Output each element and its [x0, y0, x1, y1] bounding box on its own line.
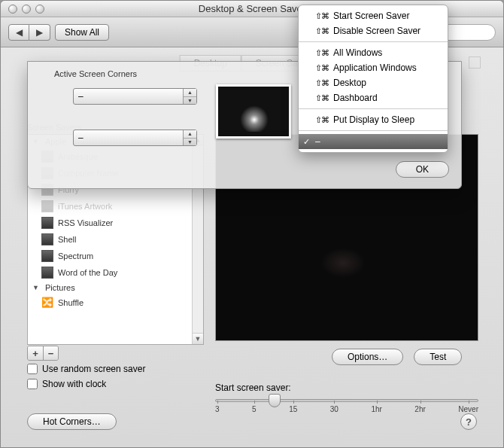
stepper-icon[interactable]: ▲▼ — [183, 130, 196, 145]
list-item[interactable]: Spectrum — [28, 248, 203, 264]
menu-item-sleep-display[interactable]: ⇧⌘Put Display to Sleep — [299, 112, 448, 127]
menu-item-disable-saver[interactable]: ⇧⌘Disable Screen Saver — [299, 23, 448, 38]
saver-icon — [41, 250, 53, 262]
list-item-shuffle[interactable]: 🔀Shuffle — [28, 294, 203, 310]
menu-item-all-windows[interactable]: ⇧⌘All Windows — [299, 45, 448, 60]
checkbox-label: Use random screen saver — [42, 364, 145, 374]
checkbox-input[interactable] — [27, 364, 38, 374]
slider-area: Start screen saver: 3 5 15 30 1hr 2hr Ne… — [215, 382, 478, 413]
back-button[interactable]: ◀ — [8, 24, 29, 41]
zoom-icon[interactable] — [35, 5, 44, 14]
list-item[interactable]: iTunes Artwork — [28, 198, 203, 215]
close-icon[interactable] — [8, 5, 17, 14]
minimize-icon[interactable] — [22, 5, 31, 14]
menu-item-app-windows[interactable]: ⇧⌘Application Windows — [299, 60, 448, 75]
scroll-down-icon[interactable]: ▼ — [193, 333, 203, 344]
prefs-window: Desktop & Screen Saver ◀ ▶ Show All Desk… — [0, 0, 504, 448]
lock-icon[interactable] — [469, 56, 481, 69]
saver-icon — [41, 267, 53, 279]
list-group-pictures: ▼Pictures — [28, 281, 203, 294]
list-item[interactable]: Word of the Day — [28, 264, 203, 281]
slider-ticks: 3 5 15 30 1hr 2hr Never — [215, 405, 478, 413]
options-button[interactable]: Options… — [332, 349, 403, 365]
menu-separator — [299, 41, 448, 42]
sheet-title: Active Screen Corners — [54, 69, 137, 78]
forward-button[interactable]: ▶ — [29, 24, 50, 41]
corner-action-menu[interactable]: ⇧⌘Start Screen Saver ⇧⌘Disable Screen Sa… — [298, 5, 448, 153]
menu-item-dashboard[interactable]: ⇧⌘Dashboard — [299, 90, 448, 105]
slider-label: Start screen saver: — [215, 382, 478, 393]
corner-select-bottom-left[interactable]: – ▲▼ — [73, 130, 197, 146]
test-button[interactable]: Test — [414, 349, 462, 365]
add-remove-control: + − — [27, 346, 59, 361]
menu-item-desktop[interactable]: ⇧⌘Desktop — [299, 75, 448, 90]
list-item[interactable]: Shell — [28, 231, 203, 248]
saver-icon — [41, 217, 53, 229]
saver-icon — [41, 233, 53, 245]
ok-button[interactable]: OK — [396, 161, 449, 178]
checkbox-label: Show with clock — [42, 379, 106, 389]
show-all-button[interactable]: Show All — [55, 24, 109, 41]
list-item[interactable]: RSS Visualizer — [28, 215, 203, 231]
menu-separator — [299, 108, 448, 109]
shuffle-icon: 🔀 — [41, 297, 53, 308]
checkbox-input[interactable] — [27, 379, 38, 389]
nav-segment: ◀ ▶ — [8, 24, 50, 41]
window-title: Desktop & Screen Saver — [199, 3, 305, 14]
corner-thumbnail — [216, 84, 291, 139]
menu-item-none[interactable]: – — [299, 134, 448, 149]
saver-icon — [41, 200, 53, 212]
thumb-flare-icon — [239, 102, 269, 132]
random-checkbox[interactable]: Use random screen saver — [27, 364, 145, 374]
add-button[interactable]: + — [28, 346, 43, 360]
preview-graphic — [320, 248, 366, 278]
slider-thumb[interactable] — [269, 394, 281, 407]
hot-corners-button[interactable]: Hot Corners… — [27, 413, 117, 430]
remove-button[interactable]: − — [43, 346, 58, 360]
stepper-icon[interactable]: ▲▼ — [183, 89, 196, 104]
corner-select-top-left[interactable]: – ▲▼ — [73, 88, 197, 105]
clock-checkbox[interactable]: Show with clock — [27, 379, 145, 389]
menu-item-start-saver[interactable]: ⇧⌘Start Screen Saver — [299, 8, 448, 23]
traffic-lights — [1, 5, 44, 14]
menu-separator — [299, 130, 448, 131]
help-button[interactable]: ? — [460, 413, 477, 430]
